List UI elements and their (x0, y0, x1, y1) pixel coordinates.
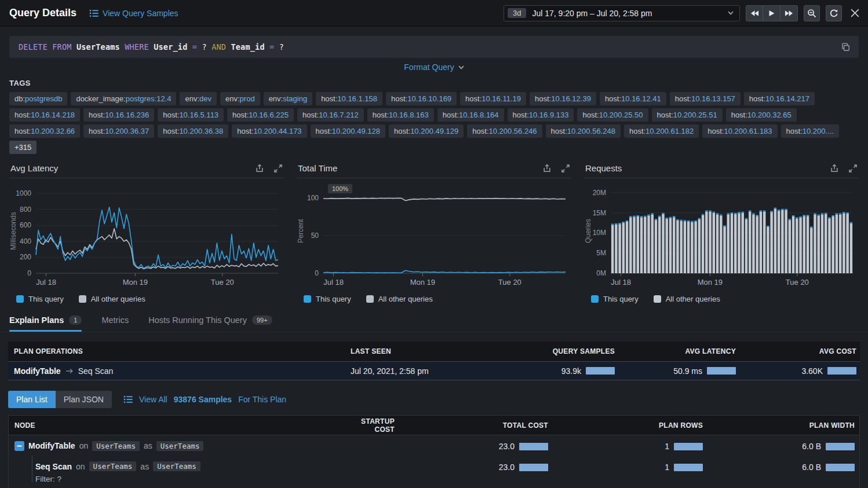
tag-chip[interactable]: host:10.200.56.246 (467, 124, 542, 138)
view-query-samples-link[interactable]: View Query Samples (89, 9, 178, 18)
tag-chip[interactable]: host:10.16.14.217 (744, 92, 815, 105)
tag-chip[interactable]: host:10.16.12.39 (530, 92, 596, 105)
plan-json-button[interactable]: Plan JSON (56, 391, 112, 408)
charts-row: Avg Latency02004006008001000Jul 18Mon 19… (0, 154, 868, 303)
format-query-toggle[interactable]: Format Query (404, 63, 464, 72)
tab-metrics[interactable]: Metrics (101, 310, 129, 332)
tag-chip[interactable]: host:10.200.32.66 (9, 124, 80, 138)
close-button[interactable] (850, 8, 860, 18)
node-table-header: NODE STARTUP COST TOTAL COST PLAN ROWS P… (9, 416, 859, 435)
plan-operations-table: PLAN OPERATIONS LAST SEEN QUERY SAMPLES … (8, 342, 860, 380)
tag-chip[interactable]: host:10.200.... (781, 124, 839, 138)
time-play-button[interactable] (763, 5, 781, 21)
tag-chip[interactable]: host:10.16.13.157 (670, 92, 741, 105)
export-icon[interactable] (255, 164, 264, 173)
legend-item[interactable]: This query (304, 295, 351, 303)
col-header-avg-cost: AVG COST (819, 347, 856, 355)
legend-item[interactable]: This query (591, 295, 639, 303)
svg-text:0M: 0M (596, 269, 606, 277)
legend-label: This query (603, 295, 639, 303)
plan-operation-from: ModifyTable (14, 366, 61, 376)
tags-more-badge[interactable]: +315 (9, 141, 37, 154)
time-range-selector[interactable]: 3d Jul 17, 9:20 pm – Jul 20, 2:58 pm (504, 5, 740, 21)
copy-icon[interactable] (841, 42, 851, 52)
tag-chip[interactable]: host:10.200.44.173 (232, 124, 307, 138)
time-forward-button[interactable] (781, 5, 798, 21)
time-backward-button[interactable] (746, 5, 763, 21)
format-query-row: Format Query (0, 58, 868, 76)
plan-table-row[interactable]: ModifyTable Seq Scan Jul 20, 2021, 2:58 … (8, 361, 860, 380)
tag-chip[interactable]: host:10.200.61.182 (624, 124, 699, 138)
node-alias-name: UserTeams (153, 461, 200, 471)
legend-label: All other queries (666, 295, 720, 303)
tag-chip[interactable]: host:10.200.36.37 (83, 124, 154, 138)
tag-chip[interactable]: env:staging (264, 92, 313, 105)
tag-chip[interactable]: db:postgresdb (9, 92, 67, 105)
tag-chip[interactable]: host:10.16.8.163 (367, 108, 434, 122)
tag-chip[interactable]: host:10.16.6.225 (227, 108, 294, 122)
tag-chip[interactable]: host:10.200.25.50 (577, 108, 648, 122)
avg-latency-value: 50.9 ms (673, 366, 702, 376)
expand-icon[interactable] (561, 164, 570, 173)
svg-text:Mon 19: Mon 19 (123, 278, 148, 287)
tag-chip[interactable]: host:10.200.49.128 (311, 124, 385, 138)
svg-text:50: 50 (311, 232, 319, 240)
expand-icon[interactable] (273, 164, 283, 173)
tag-chip[interactable]: host:10.16.11.19 (460, 92, 526, 105)
tag-chip[interactable]: host:10.16.1.158 (316, 92, 382, 105)
col-header-plan-width: PLAN WIDTH (809, 421, 855, 430)
tag-chip[interactable]: host:10.200.49.129 (389, 124, 464, 138)
chart-title: Requests (585, 163, 622, 173)
tag-chip[interactable]: env:dev (180, 92, 217, 105)
legend-item[interactable]: All other queries (79, 295, 145, 303)
tab-label: Hosts Running This Query (148, 315, 247, 325)
expand-icon[interactable] (848, 164, 858, 173)
tag-chip[interactable]: host:10.200.36.38 (158, 124, 228, 138)
export-icon[interactable] (542, 164, 552, 173)
legend-item[interactable]: All other queries (366, 295, 433, 303)
tag-chip[interactable]: host:10.16.12.41 (600, 92, 666, 105)
legend-item[interactable]: All other queries (654, 295, 720, 303)
zoom-out-button[interactable] (804, 5, 820, 21)
tab-explain-plans[interactable]: Explain Plans1 (9, 310, 82, 332)
tag-chip[interactable]: env:prod (220, 92, 260, 105)
tag-chip[interactable]: host:10.16.7.212 (297, 108, 364, 122)
node-table-name: UserTeams (89, 461, 137, 471)
svg-text:Tue 20: Tue 20 (211, 278, 234, 287)
tag-chip[interactable]: host:10.16.14.218 (9, 108, 80, 122)
view-all-suffix: For This Plan (238, 395, 286, 404)
plan-list-button[interactable]: Plan List (8, 391, 56, 408)
tag-chip[interactable]: host:10.200.61.183 (702, 124, 777, 138)
tag-chip[interactable]: host:10.16.9.133 (508, 108, 574, 122)
chart-legend: This queryAll other queries (297, 292, 571, 303)
tag-chip[interactable]: host:10.16.5.113 (158, 108, 224, 122)
collapse-icon[interactable] (14, 441, 24, 451)
col-header-total-cost: TOTAL COST (503, 421, 548, 430)
tag-chip[interactable]: host:10.200.32.65 (726, 108, 797, 122)
export-icon[interactable] (830, 164, 839, 173)
chart-canvas: 0M5M10M15M20MJul 18Mon 19Tue 20Queries (584, 181, 859, 291)
refresh-button[interactable] (826, 5, 842, 21)
legend-label: All other queries (91, 295, 145, 303)
svg-text:800: 800 (20, 206, 31, 214)
chart-title: Total Time (298, 163, 337, 173)
tag-chip[interactable]: host:10.16.10.169 (386, 92, 457, 105)
tag-chip[interactable]: host:10.16.16.236 (83, 108, 154, 122)
legend-item[interactable]: This query (16, 295, 64, 303)
svg-text:0: 0 (315, 269, 319, 277)
node-row-modifytable[interactable]: ModifyTable on UserTeams as UserTeams 23… (9, 435, 859, 456)
tag-chip[interactable]: host:10.200.25.51 (652, 108, 723, 122)
view-all-samples-link[interactable]: View All 93876 Samples For This Plan (123, 395, 286, 404)
list-icon (89, 9, 99, 18)
plan-width-bar (826, 464, 855, 471)
plan-width-value: 6.0 B (802, 442, 821, 451)
tab-hosts-running-this-query[interactable]: Hosts Running This Query99+ (148, 310, 272, 332)
svg-text:Mon 19: Mon 19 (410, 278, 435, 287)
tag-chip[interactable]: docker_image:postgres:12.4 (71, 92, 176, 105)
chart-title: Avg Latency (10, 163, 58, 173)
chart-panel-total-time: Total Time050100Jul 18Mon 19Tue 20Percen… (297, 162, 571, 303)
col-header-last-seen: LAST SEEN (351, 347, 515, 355)
node-row-seqscan[interactable]: Seq Scan on UserTeams as UserTeams Filte… (9, 456, 859, 488)
tag-chip[interactable]: host:10.16.8.164 (437, 108, 504, 122)
tag-chip[interactable]: host:10.200.56.248 (546, 124, 621, 138)
